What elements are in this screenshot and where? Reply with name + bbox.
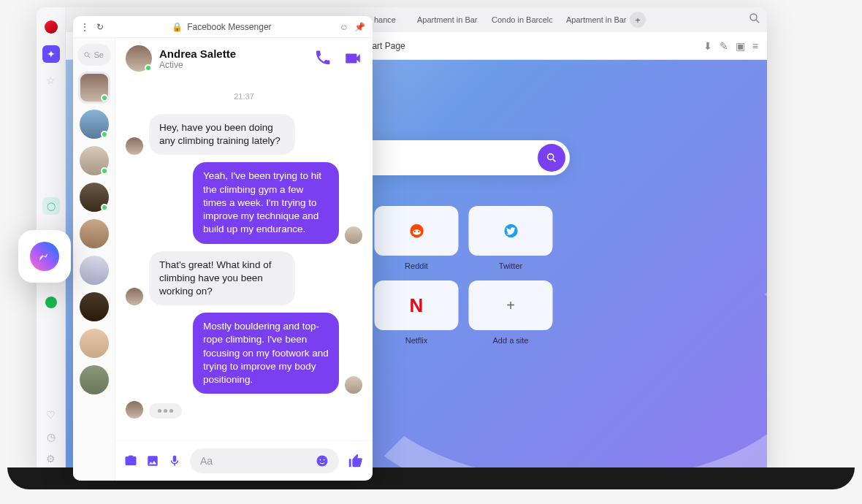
spotify-icon[interactable] (45, 297, 57, 308)
voice-call-icon[interactable] (314, 49, 332, 66)
speed-dial-tile[interactable]: Twitter (469, 206, 553, 270)
whatsapp-icon[interactable]: ◯ (42, 197, 60, 215)
message-avatar (126, 288, 143, 305)
contact-avatar[interactable] (80, 183, 109, 212)
messages-scroll[interactable]: 21:37 Hey, have you been doing any climb… (115, 79, 373, 440)
emoji-icon[interactable]: ☺ (340, 22, 348, 32)
reload-icon[interactable]: ↻ (96, 22, 104, 32)
download-icon[interactable]: ⬇ (703, 40, 712, 52)
contacts-search[interactable]: Se (77, 44, 111, 66)
search-icon (83, 51, 91, 59)
contact-avatar[interactable] (80, 329, 109, 358)
svg-point-5 (413, 229, 421, 234)
input-placeholder: Aa (200, 455, 213, 467)
camera-icon[interactable] (124, 454, 137, 467)
chat-header-avatar[interactable] (126, 45, 152, 72)
messenger-panel: ⋮ ↻ 🔒 Facebook Messenger ☺ 📌 Se (73, 16, 373, 481)
speed-dial-tile[interactable]: Reddit (375, 206, 459, 270)
contact-avatar[interactable] (80, 292, 109, 321)
heart-icon[interactable]: ♡ (46, 409, 56, 421)
tab-label: Apartment in Barc (566, 15, 627, 24)
svg-point-12 (317, 456, 328, 467)
messenger-logo-icon (30, 242, 59, 271)
new-tab-button[interactable]: + (630, 12, 646, 28)
netflix-icon: N (410, 294, 424, 317)
message-bubble[interactable]: That's great! What kind of climbing have… (149, 251, 295, 306)
search-button[interactable] (538, 144, 565, 172)
chat-input-row: Aa (115, 440, 373, 481)
message-avatar (345, 226, 362, 244)
svg-line-1 (756, 20, 759, 23)
speed-dial-add-tile[interactable]: +Add a site (469, 280, 553, 345)
tile-label: Netflix (405, 336, 428, 345)
message-bubble[interactable]: Yeah, I've been trying to hit the climbi… (193, 162, 339, 243)
workspace-icon[interactable]: ✦ (42, 45, 60, 63)
image-icon[interactable] (146, 454, 159, 467)
message-row: That's great! What kind of climbing have… (126, 251, 362, 306)
reddit-icon (408, 223, 424, 239)
svg-point-2 (548, 154, 554, 160)
tab-label: Condo in Barcelo (492, 15, 552, 24)
tile-label: Twitter (499, 261, 522, 270)
contact-avatar[interactable] (80, 110, 109, 139)
message-avatar (345, 376, 362, 394)
search-icon (546, 152, 557, 164)
message-row: Mostly bouldering and top-rope climbing.… (126, 313, 362, 394)
contact-avatar[interactable] (80, 365, 109, 394)
svg-point-14 (324, 459, 325, 461)
video-call-icon[interactable] (343, 49, 362, 68)
message-bubble[interactable]: Hey, have you been doing any climbing tr… (149, 114, 295, 155)
message-input[interactable]: Aa (190, 448, 339, 473)
tab[interactable]: Condo in Barcelo (481, 9, 552, 30)
lock-icon: 🔒 (172, 22, 183, 32)
message-bubble[interactable]: Mostly bouldering and top-rope climbing.… (193, 313, 339, 394)
tab-label: hance (374, 15, 396, 24)
edit-icon[interactable]: ✎ (720, 40, 728, 52)
thumbs-up-icon[interactable] (348, 453, 364, 469)
svg-point-7 (418, 231, 419, 232)
snapshot-icon[interactable]: ▣ (736, 40, 745, 52)
svg-line-11 (88, 56, 89, 57)
svg-point-10 (84, 52, 88, 56)
easy-setup-icon[interactable]: ≡ (752, 40, 758, 52)
opera-logo-icon (45, 20, 58, 34)
chat-contact-status: Active (159, 60, 236, 70)
chat-header: Andrea Salette Active (115, 38, 373, 79)
message-row: Yeah, I've been trying to hit the climbi… (126, 162, 362, 243)
settings-icon[interactable]: ⚙ (46, 453, 56, 465)
messenger-title: Facebook Messenger (187, 22, 271, 32)
svg-point-6 (413, 231, 415, 232)
plus-icon: + (506, 297, 515, 314)
svg-line-3 (553, 159, 555, 161)
tab-label: Apartment in Barc (417, 15, 478, 24)
tile-label: Add a site (493, 336, 529, 345)
emoji-picker-icon[interactable] (316, 454, 329, 467)
tab[interactable]: Apartment in Barc (406, 9, 478, 30)
svg-point-13 (319, 459, 321, 461)
messenger-sidebar-icon[interactable] (18, 230, 71, 283)
more-icon[interactable]: ⋮ (80, 22, 89, 32)
contact-avatar[interactable] (80, 146, 109, 175)
message-row: Hey, have you been doing any climbing tr… (126, 114, 362, 155)
contact-avatar[interactable] (80, 219, 109, 248)
svg-point-0 (750, 14, 757, 20)
tab[interactable]: Apartment in Barc (555, 9, 627, 30)
contact-avatar[interactable] (80, 256, 109, 285)
chat-pane: Andrea Salette Active 21:37 Hey, have yo… (115, 38, 373, 481)
bookmark-outline-icon[interactable]: ☆ (46, 75, 56, 86)
tab-search-icon[interactable] (748, 12, 761, 28)
speed-dial-tile[interactable]: NNetflix (375, 280, 459, 345)
tile-label: Reddit (405, 261, 428, 270)
pin-icon[interactable]: 📌 (354, 22, 365, 32)
messenger-topbar: ⋮ ↻ 🔒 Facebook Messenger ☺ 📌 (73, 16, 373, 38)
contact-avatar[interactable] (80, 73, 109, 102)
message-avatar (126, 401, 143, 419)
message-avatar (126, 137, 143, 155)
history-icon[interactable]: ◷ (47, 431, 56, 443)
typing-indicator-row (126, 401, 362, 419)
twitter-icon (503, 223, 519, 239)
timestamp: 21:37 (126, 92, 362, 101)
search-placeholder: Se (94, 50, 104, 59)
mic-icon[interactable] (168, 454, 181, 467)
contacts-column: Se (73, 38, 115, 481)
